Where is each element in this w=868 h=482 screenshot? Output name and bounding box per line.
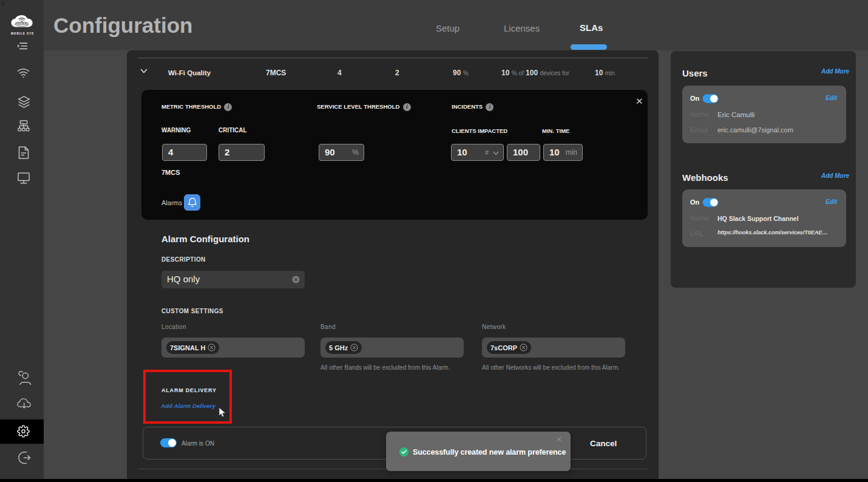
svg-text:7SIGNAL: 7SIGNAL — [15, 22, 28, 25]
